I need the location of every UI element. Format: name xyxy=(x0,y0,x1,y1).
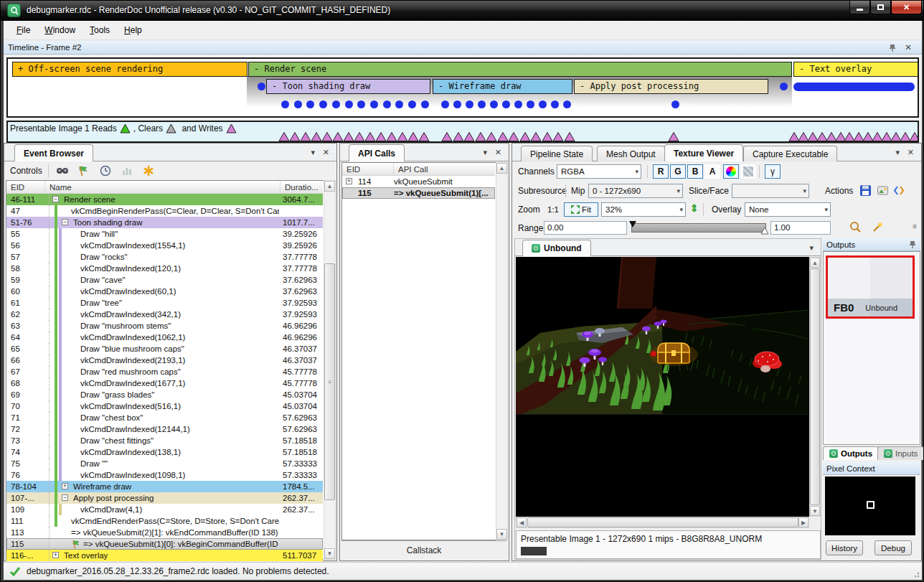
eb-scrollbar[interactable]: ▲ ≡ ▼ xyxy=(324,180,336,560)
event-row-58[interactable]: 58vkCmdDrawIndexed(120,1)37.77778 xyxy=(6,263,323,274)
time-draws-clock-icon[interactable] xyxy=(98,164,113,178)
channel-b-button[interactable]: B xyxy=(687,164,703,179)
colorwheel-button[interactable] xyxy=(723,164,739,179)
event-row-46-111[interactable]: 46-111−Render scene3064.7... xyxy=(6,194,323,205)
tab-api-calls[interactable]: API Calls xyxy=(349,144,405,161)
pixel-context-header[interactable]: Pixel Context xyxy=(823,462,920,475)
api-list-header[interactable]: EID API Call xyxy=(342,163,495,176)
viewport-vthumb[interactable] xyxy=(810,268,820,505)
draw-event-dot[interactable] xyxy=(539,100,547,108)
event-row-76[interactable]: 76vkCmdDrawIndexed(1098,1)57.33333 xyxy=(6,469,323,481)
write-marker-triangle[interactable] xyxy=(343,131,354,142)
tab-outputs[interactable]: Outputs xyxy=(823,446,879,460)
zoom-fit-button[interactable]: Fit xyxy=(564,202,598,217)
write-marker-triangle[interactable] xyxy=(463,131,475,142)
event-row-107-...[interactable]: 107-...−Apply post processing262.37... xyxy=(6,492,323,504)
expand-icon[interactable]: + xyxy=(346,178,352,184)
draw-event-dot[interactable] xyxy=(490,100,498,108)
event-row-109[interactable]: 109vkCmdDraw(4,1)262.37... xyxy=(6,504,323,515)
api-scrollbar[interactable]: ▲ ▼ xyxy=(496,162,508,540)
overlay-combo[interactable]: None▾ xyxy=(745,202,831,217)
event-row-56[interactable]: 56vkCmdDrawIndexed(1554,1)39.25926 xyxy=(6,240,323,251)
event-row-70[interactable]: 70vkCmdDrawIndexed(516,1)45.03704 xyxy=(6,400,323,412)
open-texture-list-icon[interactable] xyxy=(877,184,889,199)
api-row-115[interactable]: 115=> vkQueueSubmit(1)[... xyxy=(342,187,495,199)
autofit-wand-icon[interactable] xyxy=(871,221,884,236)
timeline-bar[interactable]: - Text overlay xyxy=(793,62,919,77)
api-scroll-up[interactable]: ▲ xyxy=(496,163,507,174)
event-row-73[interactable]: 73Draw "chest fittings"57.18518 xyxy=(6,435,323,446)
eb-close-icon[interactable]: ✕ xyxy=(323,148,329,157)
draw-event-dot[interactable] xyxy=(294,100,302,108)
draw-event-dot[interactable] xyxy=(671,100,679,108)
pin-icon[interactable] xyxy=(909,240,916,249)
write-marker-triangle[interactable] xyxy=(386,131,397,142)
draw-event-dot[interactable] xyxy=(466,100,473,108)
draw-event-dot[interactable] xyxy=(345,100,353,108)
eb-scroll-thumb[interactable]: ≡ xyxy=(324,263,335,500)
range-white-handle[interactable] xyxy=(760,227,769,235)
expand-icon[interactable]: + xyxy=(52,552,59,558)
resize-grip-icon[interactable] xyxy=(913,571,920,578)
event-row-59[interactable]: 59Draw "cave"37.62963 xyxy=(6,274,323,286)
timeline-panel-header[interactable]: Timeline - Frame #2 ✕ xyxy=(4,41,922,55)
event-row-63[interactable]: 63Draw "mushroom stems"46.96296 xyxy=(6,320,323,332)
write-marker-triangle[interactable] xyxy=(530,131,542,142)
draw-event-dot[interactable] xyxy=(514,100,522,108)
maximize-button[interactable] xyxy=(870,1,891,14)
menu-tools[interactable]: Tools xyxy=(82,22,117,38)
viewport-scroll-down[interactable]: ▼ xyxy=(810,506,820,516)
tab-inputs[interactable]: Inputs xyxy=(877,446,924,460)
timeline-usage-strip[interactable]: Presentable Image 1 Reads, Clears and Wr… xyxy=(6,121,919,143)
api-dropdown-icon[interactable]: ▾ xyxy=(483,148,487,157)
channels-combo[interactable]: RGBA▾ xyxy=(557,164,641,179)
tab-capture-executable[interactable]: Capture Executable xyxy=(743,146,837,161)
api-scroll-down[interactable]: ▼ xyxy=(496,529,507,540)
close-button[interactable]: ✕ xyxy=(891,1,922,14)
write-marker-triangle[interactable] xyxy=(668,131,679,142)
draw-event-dot[interactable] xyxy=(478,100,486,108)
draw-event-dot[interactable] xyxy=(421,100,429,108)
timeline-bar[interactable]: - Render scene xyxy=(248,62,792,77)
range-min-input[interactable]: 0.00 xyxy=(544,221,627,235)
event-row-69[interactable]: 69Draw "grass blades"45.03704 xyxy=(6,389,323,400)
viewport-hthumb[interactable] xyxy=(527,517,798,527)
menu-file[interactable]: File xyxy=(9,22,37,38)
jump-to-event-flag-icon[interactable] xyxy=(76,164,92,178)
write-marker-triangle[interactable] xyxy=(354,131,365,142)
range-slider[interactable] xyxy=(628,221,769,235)
zoom-combo[interactable]: 32%▾ xyxy=(601,202,686,217)
draw-event-dot[interactable] xyxy=(563,100,571,108)
timeline-bar[interactable]: - Apply post processing xyxy=(574,79,768,94)
write-marker-triangle[interactable] xyxy=(564,131,575,142)
event-row-61[interactable]: 61Draw "tree"37.92593 xyxy=(6,297,323,309)
eb-col-duration[interactable]: Duratio... xyxy=(280,181,323,193)
draw-event-dot[interactable] xyxy=(408,100,416,108)
channel-g-button[interactable]: G xyxy=(670,164,686,179)
save-texture-icon[interactable] xyxy=(859,184,872,199)
event-row-116-...[interactable]: 116-...+Text overlay511.7037 xyxy=(6,550,323,561)
tv-close-icon[interactable]: ✕ xyxy=(908,148,914,157)
write-marker-triangle[interactable] xyxy=(397,131,408,142)
event-row-66[interactable]: 66vkCmdDrawIndexed(2193,1)46.37037 xyxy=(6,355,323,366)
range-black-handle[interactable] xyxy=(628,221,637,228)
api-close-icon[interactable]: ✕ xyxy=(495,148,501,157)
debug-button[interactable]: Debug xyxy=(874,540,912,555)
collapse-icon[interactable]: − xyxy=(62,494,68,501)
draw-event-dot[interactable] xyxy=(502,100,510,108)
find-event-icon[interactable] xyxy=(55,164,70,178)
api-row-114[interactable]: +114vkQueueSubmit xyxy=(342,176,495,187)
draw-event-dot[interactable] xyxy=(332,100,340,108)
draw-event-dot[interactable] xyxy=(370,100,378,108)
write-marker-triangle[interactable] xyxy=(497,131,509,142)
write-marker-triangle[interactable] xyxy=(289,131,301,142)
timeline-close-icon[interactable]: ✕ xyxy=(905,42,912,52)
write-marker-triangle[interactable] xyxy=(918,131,919,142)
event-row-78-104[interactable]: 78-104+Wireframe draw1784.5... xyxy=(6,481,323,492)
write-marker-triangle[interactable] xyxy=(909,131,919,142)
range-max-input[interactable]: 1.00 xyxy=(770,221,831,235)
viewport-scroll-up[interactable]: ▲ xyxy=(810,258,820,268)
eb-col-name[interactable]: Name xyxy=(45,181,280,193)
event-row-57[interactable]: 57Draw "rocks"37.77778 xyxy=(6,251,323,263)
flip-y-icon[interactable]: ⇕ xyxy=(690,202,699,214)
